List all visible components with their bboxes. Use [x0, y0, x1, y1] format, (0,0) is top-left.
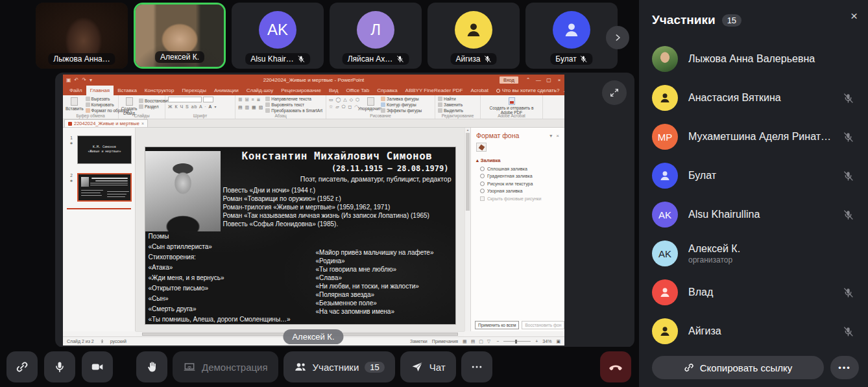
new-slide-button[interactable]: Создать слайд	[121, 97, 137, 115]
tab-abbyy[interactable]: ABBYY FineReader PDF	[402, 86, 467, 95]
quick-access-toolbar[interactable]: ▣ ↶ ↷ ▾	[66, 77, 92, 83]
slide-1-thumbnail[interactable]: К.М. Симонов «Живые и мертвые»	[77, 135, 132, 164]
radio-pattern-fill[interactable]: Узорная заливка	[480, 189, 559, 193]
video-tile[interactable]: Лыжова Анна…	[36, 3, 128, 69]
participant-row[interactable]: Влад	[639, 273, 868, 312]
shapes-gallery[interactable]: ▭ ◯ △ ◇ ⬡	[329, 97, 360, 102]
participant-row[interactable]: Айгиза	[639, 312, 868, 351]
tab-office-tab[interactable]: Office Tab	[342, 86, 373, 95]
radio-gradient-fill[interactable]: Градиентная заливка	[480, 174, 559, 178]
tab-review[interactable]: Рецензирование	[277, 86, 325, 95]
video-tile[interactable]: Булат	[525, 3, 618, 69]
participant-row[interactable]: AK Alsu Khairullina	[639, 195, 868, 234]
reset-background-button[interactable]: Восстановить фон	[522, 321, 564, 329]
video-tile[interactable]: AK Alsu Khair…	[232, 3, 324, 69]
fit-to-window-icon[interactable]: ▣	[556, 339, 561, 344]
video-tile[interactable]: Л Ляйсан Ах…	[330, 3, 422, 69]
font-size-select[interactable]	[203, 97, 213, 102]
qat-dropdown-icon[interactable]: ▾	[90, 77, 92, 83]
select-button[interactable]: Выделить	[438, 108, 463, 113]
filmstrip-next-button[interactable]	[606, 26, 629, 49]
tab-acrobat[interactable]: Acrobat	[466, 86, 492, 95]
notes-toggle[interactable]: Заметки	[410, 339, 428, 344]
find-button[interactable]: Найти	[438, 97, 463, 101]
paste-button[interactable]: Вставить	[66, 97, 84, 111]
text-direction-button[interactable]: Направление текста	[265, 97, 322, 101]
participants-button[interactable]: Участники 15	[283, 351, 395, 382]
tab-help[interactable]: Справка	[373, 86, 401, 95]
participant-row[interactable]: МР Мухаметшина Аделя Ринат…	[639, 117, 868, 156]
language-indicator[interactable]: русский	[110, 339, 127, 344]
create-pdf-button[interactable]: Создать и отправить в Adobe PDF	[483, 97, 540, 115]
shape-outline-button[interactable]: Контур фигуры	[381, 102, 422, 107]
minimize-icon[interactable]: —	[533, 77, 544, 83]
shapes-gallery-row2[interactable]: ☆ ▱ ⬠ ◻ ◠	[329, 104, 360, 110]
shape-fill-button[interactable]: Заливка фигуры	[381, 97, 422, 101]
raise-hand-button[interactable]	[136, 351, 167, 382]
camera-button[interactable]	[82, 351, 113, 382]
font-name-select[interactable]	[168, 97, 202, 102]
tab-file[interactable]: Файл	[66, 86, 86, 95]
close-panel-icon[interactable]: ×	[850, 9, 858, 23]
font-style-buttons[interactable]: Ж К Ч S ab A · 𝐀 ▾	[168, 104, 217, 110]
redo-icon[interactable]: ↷	[82, 77, 86, 83]
fill-section-header[interactable]: ▴Заливка	[476, 158, 559, 163]
video-tile[interactable]: Айгиза	[428, 3, 520, 69]
restore-icon[interactable]: ▢	[544, 77, 554, 83]
fill-bucket-icon[interactable]	[476, 143, 487, 152]
close-tab-icon[interactable]: ×	[141, 121, 144, 126]
pane-close-icon[interactable]: ×	[556, 133, 559, 139]
zoom-knob[interactable]	[515, 340, 517, 344]
tell-me-box[interactable]: Что вы хотите сделать?	[492, 86, 563, 95]
participant-row[interactable]: Лыжова Анна Валерьевна	[639, 40, 868, 78]
smartart-button[interactable]: Преобразовать в SmartArt	[265, 108, 322, 113]
tab-home[interactable]: Главная	[86, 86, 114, 95]
hide-background-checkbox[interactable]: Скрыть фоновые рисунки	[480, 196, 559, 201]
tab-animations[interactable]: Анимации	[210, 86, 243, 95]
radio-picture-fill[interactable]: Рисунок или текстура	[480, 182, 559, 186]
save-icon[interactable]: ▣	[66, 77, 71, 83]
participant-row[interactable]: Анастасия Вяткина	[639, 78, 868, 117]
microphone-button[interactable]	[44, 351, 75, 382]
arrange-button[interactable]: Упорядочить	[362, 97, 379, 111]
document-tab[interactable]: 22042024_Живые и мертвые ×	[64, 119, 148, 127]
tab-view[interactable]: Вид	[325, 86, 342, 95]
tab-insert[interactable]: Вставка	[114, 86, 141, 95]
expand-fullscreen-button[interactable]	[602, 80, 627, 105]
tab-slideshow[interactable]: Слайд-шоу	[243, 86, 277, 95]
align-buttons[interactable]: ▤ ▥ ▦ ▧	[238, 104, 263, 110]
undo-icon[interactable]: ↶	[75, 77, 79, 83]
signin-button[interactable]: Вход	[500, 76, 518, 84]
more-options-button[interactable]: •••	[830, 356, 859, 379]
video-tile-active-speaker[interactable]: Алексей К.	[134, 3, 226, 69]
zoom-level[interactable]: 34%	[542, 339, 551, 344]
zoom-in-icon[interactable]: +	[535, 339, 538, 344]
scrollbar-thumb[interactable]	[466, 133, 470, 211]
shape-effects-button[interactable]: Эффекты фигуры	[381, 108, 422, 113]
close-icon[interactable]: ×	[554, 77, 564, 83]
share-button[interactable]: Поделиться	[563, 86, 564, 95]
zoom-slider[interactable]	[503, 341, 531, 342]
leave-call-button[interactable]	[600, 351, 631, 382]
comments-toggle[interactable]: Примечания	[432, 339, 458, 344]
participant-row[interactable]: Булат	[639, 156, 868, 195]
ribbon-display-options-icon[interactable]: ⌃	[523, 77, 533, 83]
list-buttons[interactable]: ☰ ☱ ≡ ≣	[238, 97, 263, 102]
slide-2-thumbnail-selected[interactable]	[77, 173, 132, 202]
current-slide[interactable]: Константин Михайлович Симонов (28.11.191…	[145, 147, 455, 324]
tab-transitions[interactable]: Переходы	[178, 86, 210, 95]
chat-button[interactable]: Чат	[400, 351, 456, 382]
apply-to-all-button[interactable]: Применить ко всем	[475, 321, 519, 329]
vertical-scrollbar[interactable]: ▴	[464, 128, 470, 331]
tab-design[interactable]: Конструктор	[141, 86, 178, 95]
zoom-out-icon[interactable]: −	[496, 339, 499, 344]
more-options-button[interactable]	[461, 351, 492, 382]
pane-collapse-icon[interactable]: ▾	[549, 133, 552, 139]
view-mode-buttons[interactable]: ▦ ▤ ▢ ▽	[463, 339, 492, 344]
copy-link-button[interactable]	[6, 351, 38, 382]
participant-row-organizer[interactable]: AK Алексей К. организатор	[639, 234, 868, 273]
align-text-button[interactable]: Выровнять текст	[265, 102, 322, 107]
replace-button[interactable]: Заменить	[438, 102, 463, 107]
radio-solid-fill[interactable]: Сплошная заливка	[480, 167, 559, 171]
screen-share-button[interactable]: Демонстрация	[173, 351, 278, 382]
